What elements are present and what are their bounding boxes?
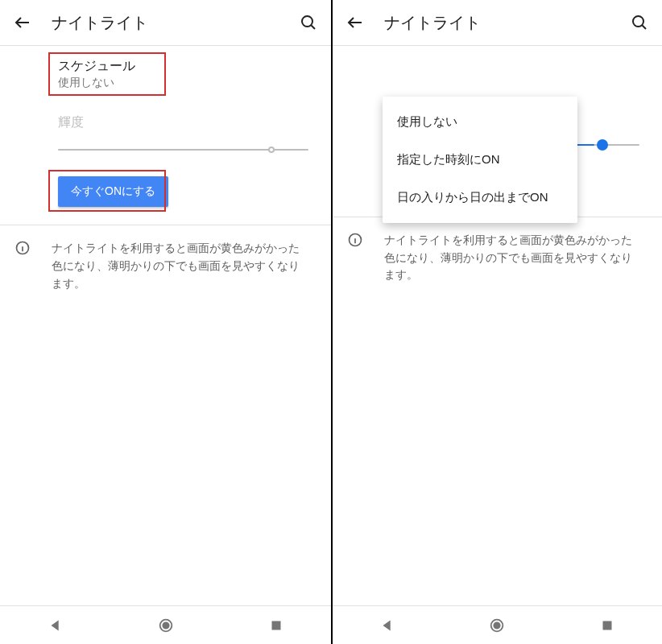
- system-nav-bar: [333, 605, 662, 644]
- screen-right: ナイトライト 使用しない 指定した時刻にON 日の入りから日の出までON 今すぐ…: [331, 0, 662, 644]
- system-nav-bar: [0, 605, 331, 644]
- schedule-value: 使用しない: [58, 76, 273, 90]
- app-bar: ナイトライト: [333, 0, 662, 45]
- back-arrow-icon: [345, 13, 365, 32]
- square-recent-icon: [598, 617, 616, 634]
- nav-home-button[interactable]: [488, 617, 506, 634]
- info-icon: [345, 232, 365, 284]
- page-title: ナイトライト: [384, 12, 623, 34]
- menu-item-custom-time[interactable]: 指定した時刻にON: [383, 141, 577, 179]
- triangle-back-icon: [47, 617, 64, 634]
- schedule-dropdown-menu: 使用しない 指定した時刻にON 日の入りから日の出までON: [383, 97, 577, 223]
- svg-point-8: [494, 622, 500, 628]
- back-button[interactable]: [339, 6, 371, 39]
- slider-thumb[interactable]: [597, 139, 608, 151]
- menu-item-none[interactable]: 使用しない: [383, 103, 577, 141]
- page-title: ナイトライト: [52, 12, 292, 34]
- schedule-label: スケジュール: [58, 57, 273, 75]
- action-area: 今すぐONにする: [0, 162, 331, 225]
- settings-content: 使用しない 指定した時刻にON 日の入りから日の出までON 今すぐOFFにする …: [333, 46, 662, 605]
- info-section: ナイトライトを利用すると画面が黄色みがかった色になり、薄明かりの下でも画面を見や…: [0, 225, 331, 307]
- menu-item-sunset-sunrise[interactable]: 日の入りから日の出までON: [383, 179, 577, 217]
- turn-on-now-button[interactable]: 今すぐONにする: [58, 176, 168, 207]
- nav-recent-button[interactable]: [267, 617, 285, 634]
- nav-back-button[interactable]: [379, 617, 396, 634]
- nav-back-button[interactable]: [47, 617, 64, 634]
- circle-home-icon: [157, 617, 175, 634]
- back-button[interactable]: [6, 6, 39, 39]
- svg-point-3: [163, 622, 168, 628]
- square-recent-icon: [267, 617, 285, 634]
- info-section: ナイトライトを利用すると画面が黄色みがかった色になり、薄明かりの下でも画面を見や…: [333, 217, 662, 299]
- brightness-label: 輝度: [0, 101, 331, 138]
- triangle-back-icon: [379, 617, 396, 634]
- search-button[interactable]: [623, 6, 656, 39]
- nav-recent-button[interactable]: [598, 617, 616, 634]
- search-icon: [299, 13, 318, 32]
- app-bar: ナイトライト: [0, 0, 331, 45]
- svg-point-5: [633, 16, 643, 27]
- info-text: ナイトライトを利用すると画面が黄色みがかった色になり、薄明かりの下でも画面を見や…: [52, 240, 313, 292]
- svg-rect-9: [602, 621, 611, 630]
- info-text: ナイトライトを利用すると画面が黄色みがかった色になり、薄明かりの下でも画面を見や…: [384, 232, 644, 284]
- nav-home-button[interactable]: [157, 617, 175, 634]
- circle-home-icon: [488, 617, 506, 634]
- svg-rect-4: [271, 621, 280, 630]
- svg-point-0: [302, 16, 312, 27]
- info-icon: [13, 240, 32, 292]
- back-arrow-icon: [13, 13, 32, 32]
- schedule-setting[interactable]: スケジュール 使用しない: [0, 46, 331, 101]
- settings-content: スケジュール 使用しない 輝度 今すぐONにする ナイトライトを利用すると画面が…: [0, 46, 331, 605]
- brightness-slider-disabled: [0, 138, 331, 162]
- search-button[interactable]: [292, 6, 325, 39]
- search-icon: [630, 13, 649, 32]
- screen-left: ナイトライト スケジュール 使用しない 輝度 今すぐONにする ナイトライトを利…: [0, 0, 331, 644]
